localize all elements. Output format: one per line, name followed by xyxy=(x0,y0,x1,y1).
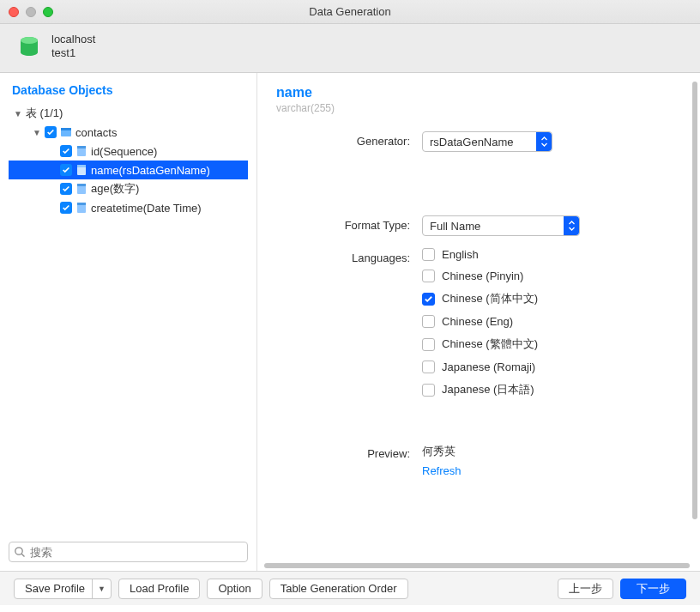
load-profile-button[interactable]: Load Profile xyxy=(118,579,200,599)
language-label: Chinese (Pinyin) xyxy=(442,270,523,282)
field-name-title: name xyxy=(276,85,681,100)
refresh-link[interactable]: Refresh xyxy=(422,464,462,477)
updown-icon xyxy=(536,132,552,151)
db-label: test1 xyxy=(51,46,95,60)
column-icon xyxy=(75,145,88,157)
language-option[interactable]: Chinese (简体中文) xyxy=(422,291,538,306)
checkbox-icon[interactable] xyxy=(422,384,435,397)
tree-column-label: createtime(Date Time) xyxy=(91,202,202,215)
tree-column-createtime[interactable]: createtime(Date Time) xyxy=(9,198,248,217)
tree-column-age[interactable]: age(数字) xyxy=(9,179,248,198)
checkbox-icon[interactable] xyxy=(422,248,435,261)
checkbox-icon[interactable] xyxy=(60,183,72,195)
language-option[interactable]: Chinese (繁體中文) xyxy=(422,336,538,352)
next-button[interactable]: 下一步 xyxy=(620,579,686,599)
language-option[interactable]: English xyxy=(422,248,538,261)
languages-list: English Chinese (Pinyin) Chinese (简体中文) … xyxy=(422,248,538,397)
language-option[interactable]: Japanese (日本語) xyxy=(422,382,538,397)
generator-label: Generator: xyxy=(276,131,422,148)
sidebar: Database Objects ▼ 表 (1/1) ▼ contacts id… xyxy=(0,73,257,571)
svg-rect-7 xyxy=(77,165,86,167)
host-label: localhost xyxy=(51,33,95,46)
horizontal-scrollbar[interactable] xyxy=(264,562,690,569)
format-select[interactable]: Full Name xyxy=(422,215,580,236)
search-wrap xyxy=(9,542,248,562)
checkbox-icon[interactable] xyxy=(422,361,435,373)
language-option[interactable]: Chinese (Eng) xyxy=(422,315,538,328)
tree-column-label: age(数字) xyxy=(91,181,139,197)
language-label: Chinese (Eng) xyxy=(442,315,513,328)
language-label: Japanese (Romaji) xyxy=(442,361,535,373)
format-value: Full Name xyxy=(430,220,480,233)
search-input[interactable] xyxy=(9,542,248,562)
sidebar-title: Database Objects xyxy=(9,83,248,97)
checkbox-icon[interactable] xyxy=(60,164,72,176)
language-option[interactable]: Chinese (Pinyin) xyxy=(422,270,538,282)
preview-value: 何秀英 xyxy=(422,444,462,459)
language-label: Japanese (日本語) xyxy=(442,382,534,397)
generator-select[interactable]: rsDataGenName xyxy=(422,131,552,152)
svg-rect-11 xyxy=(77,203,86,205)
svg-point-12 xyxy=(15,548,22,554)
preview-label: Preview: xyxy=(276,444,422,460)
svg-line-13 xyxy=(21,554,24,556)
window-title: Data Generation xyxy=(0,5,700,18)
database-icon xyxy=(17,34,41,58)
column-icon xyxy=(75,164,88,176)
prev-button[interactable]: 上一步 xyxy=(558,579,613,599)
svg-rect-9 xyxy=(77,184,86,186)
updown-icon xyxy=(564,216,579,235)
search-icon xyxy=(14,546,26,560)
table-icon xyxy=(60,126,72,138)
checkbox-icon[interactable] xyxy=(422,293,435,306)
languages-label: Languages: xyxy=(276,248,422,264)
tree-table-label: contacts xyxy=(75,126,117,139)
tree-table[interactable]: ▼ contacts xyxy=(9,123,248,142)
checkbox-icon[interactable] xyxy=(60,202,72,214)
save-profile-label: Save Profile xyxy=(25,582,85,595)
option-button[interactable]: Option xyxy=(207,579,262,599)
titlebar: Data Generation xyxy=(0,0,700,24)
save-profile-button[interactable]: Save Profile ▼ xyxy=(14,579,112,599)
footer: Save Profile ▼ Load Profile Option Table… xyxy=(0,571,700,605)
checkbox-icon[interactable] xyxy=(45,126,57,138)
tree-root[interactable]: ▼ 表 (1/1) xyxy=(9,104,248,123)
tree-column-id[interactable]: id(Sequence) xyxy=(9,142,248,161)
chevron-down-icon[interactable]: ▼ xyxy=(33,128,41,137)
generator-value: rsDataGenName xyxy=(430,136,514,148)
checkbox-icon[interactable] xyxy=(422,315,435,328)
column-icon xyxy=(75,202,88,214)
table-generation-order-button[interactable]: Table Generation Order xyxy=(269,579,408,599)
column-icon xyxy=(75,183,88,195)
svg-rect-3 xyxy=(61,128,71,130)
connection-info: localhost test1 xyxy=(51,33,95,60)
checkbox-icon[interactable] xyxy=(422,338,435,351)
format-label: Format Type: xyxy=(276,215,422,232)
vertical-scrollbar[interactable] xyxy=(691,82,698,519)
detail-panel: name varchar(255) Generator: rsDataGenNa… xyxy=(257,73,700,571)
language-label: Chinese (简体中文) xyxy=(442,291,538,306)
object-tree: ▼ 表 (1/1) ▼ contacts id(Sequence) name(r… xyxy=(9,104,248,535)
language-label: English xyxy=(442,248,479,261)
language-label: Chinese (繁體中文) xyxy=(442,336,538,352)
tree-column-name[interactable]: name(rsDataGenName) xyxy=(9,161,248,179)
svg-point-1 xyxy=(21,37,38,44)
checkbox-icon[interactable] xyxy=(60,145,72,157)
svg-rect-5 xyxy=(77,146,86,148)
tree-column-label: name(rsDataGenName) xyxy=(91,164,210,177)
checkbox-icon[interactable] xyxy=(422,270,435,282)
chevron-down-icon[interactable]: ▼ xyxy=(98,585,107,593)
header: localhost test1 xyxy=(0,24,700,73)
field-type-label: varchar(255) xyxy=(276,102,681,114)
tree-root-label: 表 (1/1) xyxy=(26,106,63,121)
tree-column-label: id(Sequence) xyxy=(91,145,157,158)
chevron-down-icon[interactable]: ▼ xyxy=(14,109,22,118)
language-option[interactable]: Japanese (Romaji) xyxy=(422,361,538,373)
